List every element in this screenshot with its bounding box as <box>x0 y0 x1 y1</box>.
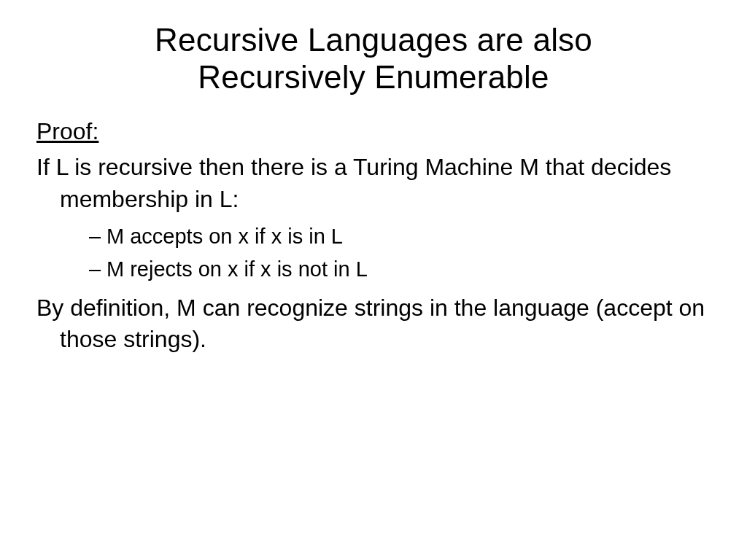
slide-title: Recursive Languages are also Recursively… <box>36 22 711 96</box>
proof-heading: Proof: <box>36 116 711 147</box>
sub-item-rejects: M rejects on x if x is not in L <box>89 255 711 284</box>
slide-content: Proof: If L is recursive then there is a… <box>36 116 711 355</box>
paragraph-conclusion: By definition, M can recognize strings i… <box>36 292 711 355</box>
sub-item-accepts: M accepts on x if x is in L <box>89 222 711 251</box>
title-line-1: Recursive Languages are also <box>155 22 592 58</box>
title-line-2: Recursively Enumerable <box>198 59 549 95</box>
sub-list: M accepts on x if x is in L M rejects on… <box>36 222 711 284</box>
paragraph-premise: If L is recursive then there is a Turing… <box>36 152 711 214</box>
